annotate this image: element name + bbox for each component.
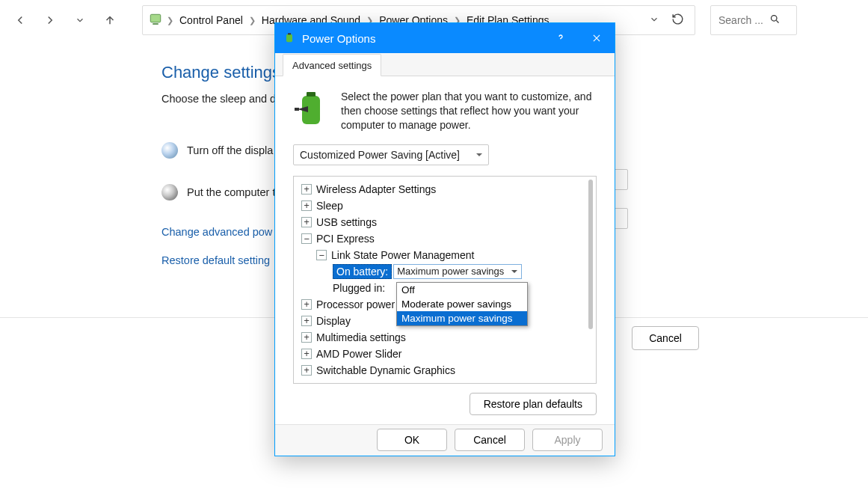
page-cancel-button[interactable]: Cancel [632, 326, 699, 350]
intro-block: Select the power plan that you want to c… [293, 90, 597, 132]
node-multimedia[interactable]: Multimedia settings [316, 331, 406, 343]
svg-rect-4 [288, 33, 291, 34]
collapse-icon[interactable]: − [301, 233, 312, 244]
expand-icon[interactable]: + [301, 299, 312, 310]
help-button[interactable] [543, 23, 579, 53]
power-options-dialog: Power Options Advanced settings Select t… [274, 22, 615, 456]
expand-icon[interactable]: + [301, 217, 312, 227]
sleep-label: Put the computer t [187, 186, 275, 198]
node-pci-express[interactable]: PCI Express [316, 233, 375, 245]
search-box[interactable] [710, 5, 797, 35]
svg-point-2 [772, 16, 778, 22]
svg-rect-3 [286, 34, 292, 43]
expand-icon[interactable]: + [301, 365, 312, 376]
node-amd[interactable]: AMD Power Slider [316, 348, 401, 360]
apply-button: Apply [532, 429, 603, 451]
node-switchable[interactable]: Switchable Dynamic Graphics [316, 364, 455, 376]
expand-icon[interactable]: + [301, 200, 312, 211]
dialog-titlebar[interactable]: Power Options [275, 23, 615, 53]
node-sleep[interactable]: Sleep [316, 200, 343, 212]
svg-rect-7 [295, 108, 299, 111]
svg-rect-0 [150, 14, 161, 22]
settings-tree[interactable]: +Wireless Adapter Settings +Sleep +USB s… [293, 176, 597, 384]
on-battery-combo[interactable]: Maximum power savings [393, 264, 522, 279]
node-processor[interactable]: Processor power m [316, 298, 407, 310]
up-button[interactable] [97, 7, 123, 33]
power-options-icon [283, 31, 296, 45]
collapse-icon[interactable]: − [316, 250, 327, 260]
expand-icon[interactable]: + [301, 184, 312, 195]
chevron-right-icon: ❯ [247, 16, 257, 25]
node-display[interactable]: Display [316, 315, 351, 327]
refresh-icon[interactable] [671, 13, 684, 28]
ok-button[interactable]: OK [377, 429, 447, 451]
search-icon[interactable] [769, 13, 781, 27]
option-maximum[interactable]: Maximum power savings [397, 311, 527, 325]
svg-rect-6 [307, 92, 316, 97]
turn-off-display-label: Turn off the displa [187, 144, 273, 156]
search-input[interactable] [718, 14, 763, 26]
breadcrumb-control-panel[interactable]: Control Panel [178, 13, 244, 28]
display-icon [161, 142, 178, 159]
recent-button[interactable] [67, 7, 93, 33]
tabstrip: Advanced settings [275, 53, 615, 76]
on-battery-dropdown[interactable]: Off Moderate power savings Maximum power… [396, 282, 528, 326]
plugged-in-label[interactable]: Plugged in: [333, 282, 385, 294]
scrollbar[interactable] [588, 180, 593, 329]
power-plan-select[interactable]: Customized Power Saving [Active] [293, 144, 489, 165]
svg-rect-1 [153, 23, 158, 25]
cancel-button[interactable]: Cancel [455, 429, 525, 451]
sleep-icon [161, 184, 178, 200]
dropdown-icon[interactable] [649, 14, 659, 27]
expand-icon[interactable]: + [301, 332, 312, 343]
intro-text: Select the power plan that you want to c… [341, 90, 597, 132]
close-button[interactable] [579, 23, 615, 53]
forward-button[interactable] [37, 7, 63, 33]
tab-advanced-settings[interactable]: Advanced settings [283, 54, 381, 76]
battery-icon [293, 90, 330, 129]
expand-icon[interactable]: + [301, 349, 312, 359]
back-button[interactable] [7, 7, 33, 33]
chevron-right-icon: ❯ [165, 16, 175, 25]
node-usb[interactable]: USB settings [316, 216, 377, 228]
node-link-state[interactable]: Link State Power Management [331, 249, 474, 261]
dialog-footer: OK Cancel Apply [275, 424, 615, 456]
option-off[interactable]: Off [397, 283, 527, 297]
option-moderate[interactable]: Moderate power savings [397, 297, 527, 311]
control-panel-icon [149, 13, 162, 28]
restore-defaults-button[interactable]: Restore plan defaults [470, 393, 597, 415]
node-wireless[interactable]: Wireless Adapter Settings [316, 183, 436, 195]
expand-icon[interactable]: + [301, 316, 312, 326]
on-battery-label[interactable]: On battery: [333, 264, 392, 279]
dialog-title: Power Options [302, 32, 375, 45]
